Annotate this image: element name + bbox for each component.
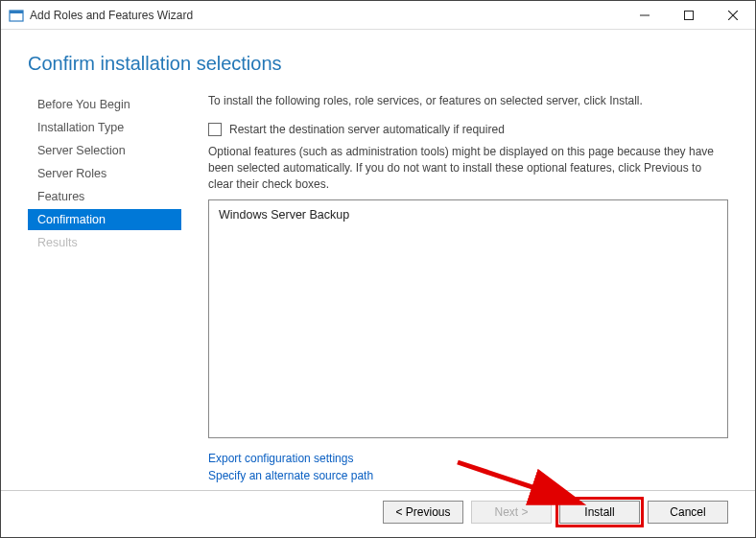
restart-checkbox[interactable]	[208, 123, 222, 136]
sidebar-item-confirmation[interactable]: Confirmation	[28, 209, 181, 230]
optional-features-note: Optional features (such as administratio…	[208, 144, 728, 199]
maximize-button[interactable]	[667, 1, 711, 30]
cancel-button[interactable]: Cancel	[648, 501, 728, 524]
svg-rect-1	[10, 11, 23, 13]
titlebar: Add Roles and Features Wizard	[1, 1, 755, 30]
header: Confirm installation selections	[1, 30, 755, 84]
export-config-link[interactable]: Export configuration settings	[208, 450, 728, 467]
wizard-steps-sidebar: Before You Begin Installation Type Serve…	[28, 94, 181, 490]
restart-checkbox-row[interactable]: Restart the destination server automatic…	[208, 117, 728, 144]
sidebar-item-server-roles[interactable]: Server Roles	[28, 163, 181, 184]
app-icon	[9, 8, 24, 23]
sidebar-item-before-you-begin[interactable]: Before You Begin	[28, 94, 181, 115]
sidebar-item-features[interactable]: Features	[28, 186, 181, 207]
next-button: Next >	[471, 501, 552, 524]
window-controls	[623, 1, 755, 30]
previous-button[interactable]: < Previous	[383, 501, 463, 524]
sidebar-item-results: Results	[28, 232, 181, 253]
install-button[interactable]: Install	[559, 501, 640, 524]
svg-rect-3	[685, 11, 694, 19]
close-button[interactable]	[711, 1, 755, 30]
restart-checkbox-label: Restart the destination server automatic…	[229, 123, 505, 136]
footer-buttons: < Previous Next > Install Cancel	[1, 490, 755, 537]
minimize-button[interactable]	[623, 1, 667, 30]
selected-features-list: Windows Server Backup	[208, 199, 728, 438]
main-content: To install the following roles, role ser…	[181, 94, 728, 490]
feature-item: Windows Server Backup	[219, 208, 718, 222]
window-title: Add Roles and Features Wizard	[30, 9, 623, 22]
wizard-window: Add Roles and Features Wizard Confirm in…	[0, 0, 756, 538]
sidebar-item-installation-type[interactable]: Installation Type	[28, 117, 181, 138]
page-title: Confirm installation selections	[28, 53, 282, 75]
links: Export configuration settings Specify an…	[208, 450, 728, 490]
alternate-source-link[interactable]: Specify an alternate source path	[208, 467, 728, 484]
sidebar-item-server-selection[interactable]: Server Selection	[28, 140, 181, 161]
intro-text: To install the following roles, role ser…	[208, 94, 728, 117]
body: Before You Begin Installation Type Serve…	[1, 84, 755, 490]
